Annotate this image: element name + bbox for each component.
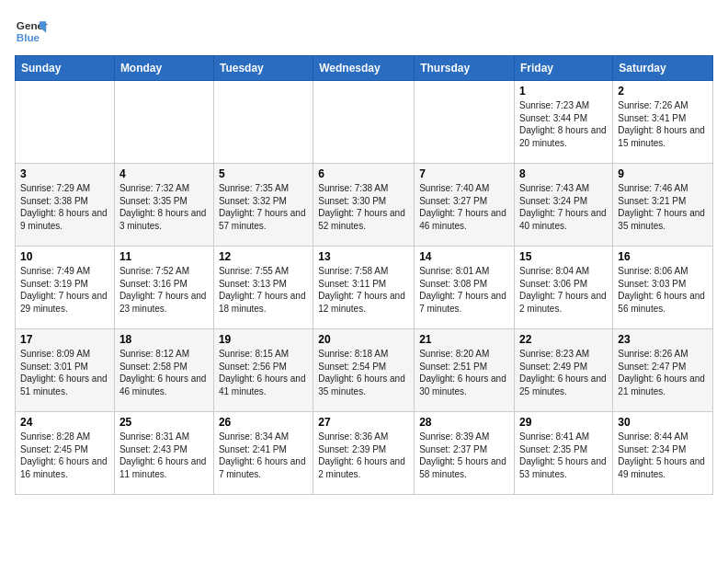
calendar-cell: 7Sunrise: 7:40 AM Sunset: 3:27 PM Daylig… [415, 164, 515, 247]
calendar-cell: 26Sunrise: 8:34 AM Sunset: 2:41 PM Dayli… [213, 412, 313, 495]
calendar-day-header: Tuesday [213, 56, 313, 81]
cell-content: 29Sunrise: 8:41 AM Sunset: 2:35 PM Dayli… [519, 416, 608, 480]
cell-content: 25Sunrise: 8:31 AM Sunset: 2:43 PM Dayli… [119, 416, 209, 480]
cell-info: Sunrise: 8:28 AM Sunset: 2:45 PM Dayligh… [20, 431, 108, 479]
day-number: 9 [618, 167, 708, 180]
cell-content: 23Sunrise: 8:26 AM Sunset: 2:47 PM Dayli… [618, 333, 708, 397]
calendar-cell: 22Sunrise: 8:23 AM Sunset: 2:49 PM Dayli… [515, 329, 613, 412]
calendar-day-header: Thursday [415, 56, 515, 81]
calendar-week-row: 1Sunrise: 7:23 AM Sunset: 3:44 PM Daylig… [16, 81, 713, 164]
calendar-cell: 10Sunrise: 7:49 AM Sunset: 3:19 PM Dayli… [16, 247, 115, 329]
calendar-cell: 13Sunrise: 7:58 AM Sunset: 3:11 PM Dayli… [313, 247, 415, 329]
day-number: 28 [419, 416, 509, 429]
day-number: 2 [618, 85, 708, 98]
day-number: 30 [618, 416, 708, 429]
calendar-cell [114, 81, 213, 164]
cell-info: Sunrise: 8:34 AM Sunset: 2:41 PM Dayligh… [219, 431, 306, 479]
calendar-cell: 14Sunrise: 8:01 AM Sunset: 3:08 PM Dayli… [415, 247, 515, 329]
cell-content: 14Sunrise: 8:01 AM Sunset: 3:08 PM Dayli… [419, 250, 509, 315]
cell-content: 5Sunrise: 7:35 AM Sunset: 3:32 PM Daylig… [219, 167, 308, 232]
calendar-week-row: 10Sunrise: 7:49 AM Sunset: 3:19 PM Dayli… [16, 247, 713, 329]
cell-info: Sunrise: 8:23 AM Sunset: 2:49 PM Dayligh… [519, 349, 607, 396]
calendar-day-header: Friday [515, 56, 613, 81]
calendar-cell: 30Sunrise: 8:44 AM Sunset: 2:34 PM Dayli… [613, 412, 713, 495]
cell-content: 28Sunrise: 8:39 AM Sunset: 2:37 PM Dayli… [419, 416, 509, 480]
cell-content: 1Sunrise: 7:23 AM Sunset: 3:44 PM Daylig… [519, 85, 608, 149]
cell-content: 6Sunrise: 7:38 AM Sunset: 3:30 PM Daylig… [318, 167, 409, 232]
calendar-cell [415, 81, 515, 164]
calendar-table: SundayMondayTuesdayWednesdayThursdayFrid… [15, 55, 713, 495]
cell-content: 13Sunrise: 7:58 AM Sunset: 3:11 PM Dayli… [318, 250, 409, 315]
cell-info: Sunrise: 8:36 AM Sunset: 2:39 PM Dayligh… [318, 431, 405, 479]
calendar-cell: 11Sunrise: 7:52 AM Sunset: 3:16 PM Dayli… [114, 247, 213, 329]
day-number: 16 [618, 250, 708, 263]
day-number: 13 [318, 250, 409, 263]
cell-content: 24Sunrise: 8:28 AM Sunset: 2:45 PM Dayli… [20, 416, 109, 480]
calendar-header-row: SundayMondayTuesdayWednesdayThursdayFrid… [16, 56, 713, 81]
day-number: 11 [119, 250, 209, 263]
cell-content: 9Sunrise: 7:46 AM Sunset: 3:21 PM Daylig… [618, 167, 708, 232]
logo: General Blue [15, 15, 48, 48]
cell-info: Sunrise: 7:43 AM Sunset: 3:24 PM Dayligh… [519, 183, 607, 231]
cell-content: 8Sunrise: 7:43 AM Sunset: 3:24 PM Daylig… [519, 167, 608, 232]
cell-content: 19Sunrise: 8:15 AM Sunset: 2:56 PM Dayli… [219, 333, 308, 397]
cell-info: Sunrise: 7:29 AM Sunset: 3:38 PM Dayligh… [20, 183, 108, 231]
calendar-cell: 9Sunrise: 7:46 AM Sunset: 3:21 PM Daylig… [613, 164, 713, 247]
cell-content: 15Sunrise: 8:04 AM Sunset: 3:06 PM Dayli… [519, 250, 608, 315]
day-number: 12 [219, 250, 308, 263]
day-number: 27 [318, 416, 409, 429]
calendar-cell: 16Sunrise: 8:06 AM Sunset: 3:03 PM Dayli… [613, 247, 713, 329]
cell-info: Sunrise: 7:55 AM Sunset: 3:13 PM Dayligh… [219, 266, 306, 314]
calendar-cell: 27Sunrise: 8:36 AM Sunset: 2:39 PM Dayli… [313, 412, 415, 495]
calendar-cell: 17Sunrise: 8:09 AM Sunset: 3:01 PM Dayli… [16, 329, 115, 412]
day-number: 26 [219, 416, 308, 429]
calendar-cell: 6Sunrise: 7:38 AM Sunset: 3:30 PM Daylig… [313, 164, 415, 247]
cell-content: 20Sunrise: 8:18 AM Sunset: 2:54 PM Dayli… [318, 333, 409, 397]
cell-info: Sunrise: 8:44 AM Sunset: 2:34 PM Dayligh… [618, 431, 705, 479]
calendar-cell: 21Sunrise: 8:20 AM Sunset: 2:51 PM Dayli… [415, 329, 515, 412]
cell-info: Sunrise: 7:26 AM Sunset: 3:41 PM Dayligh… [618, 100, 705, 148]
page-header: General Blue [15, 15, 713, 48]
cell-content: 17Sunrise: 8:09 AM Sunset: 3:01 PM Dayli… [20, 333, 109, 397]
day-number: 24 [20, 416, 109, 429]
day-number: 23 [618, 333, 708, 346]
cell-content: 7Sunrise: 7:40 AM Sunset: 3:27 PM Daylig… [419, 167, 509, 232]
calendar-cell: 18Sunrise: 8:12 AM Sunset: 2:58 PM Dayli… [114, 329, 213, 412]
day-number: 1 [519, 85, 608, 98]
cell-info: Sunrise: 7:58 AM Sunset: 3:11 PM Dayligh… [318, 266, 405, 314]
day-number: 5 [219, 167, 308, 180]
calendar-cell: 23Sunrise: 8:26 AM Sunset: 2:47 PM Dayli… [613, 329, 713, 412]
cell-info: Sunrise: 7:46 AM Sunset: 3:21 PM Dayligh… [618, 183, 705, 231]
day-number: 29 [519, 416, 608, 429]
cell-content: 22Sunrise: 8:23 AM Sunset: 2:49 PM Dayli… [519, 333, 608, 397]
cell-info: Sunrise: 8:09 AM Sunset: 3:01 PM Dayligh… [20, 349, 108, 396]
cell-content: 30Sunrise: 8:44 AM Sunset: 2:34 PM Dayli… [618, 416, 708, 480]
day-number: 7 [419, 167, 509, 180]
calendar-cell: 12Sunrise: 7:55 AM Sunset: 3:13 PM Dayli… [213, 247, 313, 329]
cell-content: 18Sunrise: 8:12 AM Sunset: 2:58 PM Dayli… [119, 333, 209, 397]
cell-info: Sunrise: 7:49 AM Sunset: 3:19 PM Dayligh… [20, 266, 108, 314]
cell-content: 27Sunrise: 8:36 AM Sunset: 2:39 PM Dayli… [318, 416, 409, 480]
cell-info: Sunrise: 8:15 AM Sunset: 2:56 PM Dayligh… [219, 349, 306, 396]
calendar-day-header: Wednesday [313, 56, 415, 81]
cell-info: Sunrise: 7:52 AM Sunset: 3:16 PM Dayligh… [119, 266, 207, 314]
cell-info: Sunrise: 7:38 AM Sunset: 3:30 PM Dayligh… [318, 183, 405, 231]
calendar-cell: 1Sunrise: 7:23 AM Sunset: 3:44 PM Daylig… [515, 81, 613, 164]
day-number: 4 [119, 167, 209, 180]
cell-info: Sunrise: 8:20 AM Sunset: 2:51 PM Dayligh… [419, 349, 506, 396]
calendar-cell: 8Sunrise: 7:43 AM Sunset: 3:24 PM Daylig… [515, 164, 613, 247]
day-number: 25 [119, 416, 209, 429]
cell-info: Sunrise: 8:31 AM Sunset: 2:43 PM Dayligh… [119, 431, 207, 479]
logo-icon: General Blue [15, 15, 48, 48]
cell-info: Sunrise: 8:01 AM Sunset: 3:08 PM Dayligh… [419, 266, 506, 314]
calendar-week-row: 17Sunrise: 8:09 AM Sunset: 3:01 PM Dayli… [16, 329, 713, 412]
calendar-week-row: 24Sunrise: 8:28 AM Sunset: 2:45 PM Dayli… [16, 412, 713, 495]
cell-info: Sunrise: 8:04 AM Sunset: 3:06 PM Dayligh… [519, 266, 607, 314]
calendar-cell [313, 81, 415, 164]
calendar-week-row: 3Sunrise: 7:29 AM Sunset: 3:38 PM Daylig… [16, 164, 713, 247]
day-number: 3 [20, 167, 109, 180]
calendar-cell: 24Sunrise: 8:28 AM Sunset: 2:45 PM Dayli… [16, 412, 115, 495]
calendar-cell: 25Sunrise: 8:31 AM Sunset: 2:43 PM Dayli… [114, 412, 213, 495]
calendar-cell [213, 81, 313, 164]
calendar-cell: 19Sunrise: 8:15 AM Sunset: 2:56 PM Dayli… [213, 329, 313, 412]
